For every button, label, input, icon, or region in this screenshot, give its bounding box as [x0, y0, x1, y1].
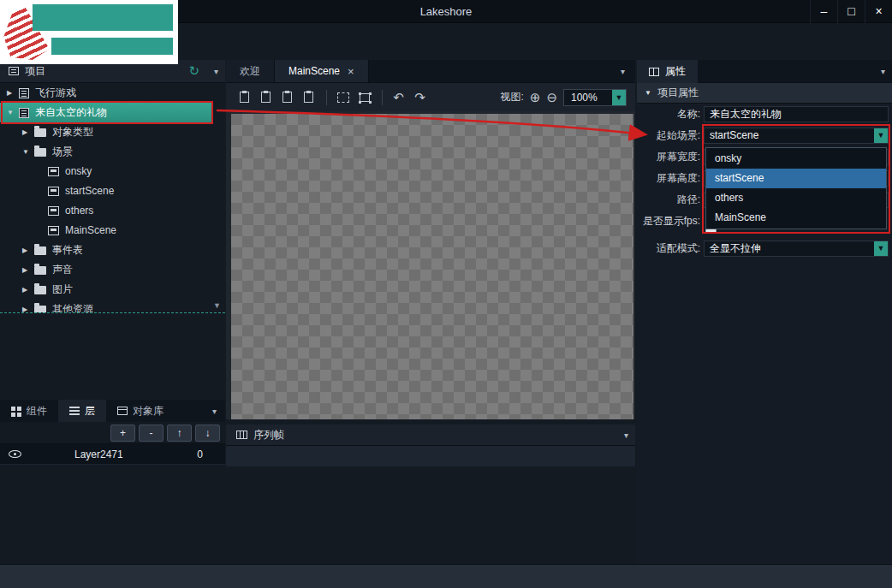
- tree-item-label: others: [65, 201, 93, 221]
- sequence-frames-header: 序列帧 ▾: [226, 425, 635, 446]
- tab-label: 组件: [27, 404, 47, 419]
- tree-item-project[interactable]: 飞行游戏: [0, 83, 225, 103]
- property-label: 屏幕高度:: [637, 171, 704, 186]
- paste-board-icon-2[interactable]: [256, 87, 276, 108]
- expander-icon[interactable]: [22, 241, 34, 260]
- dropdown-option-startscene[interactable]: startScene: [706, 169, 886, 188]
- move-layer-up-button[interactable]: ↑: [167, 425, 192, 442]
- folder-icon: [34, 286, 46, 294]
- tree-item-project-selected[interactable]: 来自太空的礼物: [0, 103, 213, 122]
- minimize-button[interactable]: –: [810, 0, 837, 23]
- layers-icon: [69, 407, 80, 408]
- tree-item-scene[interactable]: onsky: [0, 162, 225, 181]
- sequence-frames-track[interactable]: [226, 446, 635, 466]
- section-collapse-icon[interactable]: ▼: [645, 89, 651, 97]
- tab-components[interactable]: 组件: [0, 400, 58, 422]
- start-scene-dropdown[interactable]: startScene ▼: [704, 128, 889, 144]
- view-label: 视图:: [501, 90, 524, 104]
- redo-button[interactable]: ↷: [410, 87, 430, 108]
- tree-item-folder[interactable]: 场景: [0, 142, 225, 162]
- project-properties-section-header[interactable]: ▼ 项目属性: [637, 83, 892, 104]
- tree-item-label: 对象类型: [52, 122, 93, 142]
- property-label: 适配模式:: [637, 241, 704, 256]
- editor-tabbar-menu-caret-icon[interactable]: ▾: [621, 67, 625, 76]
- paste-board-icon-3[interactable]: [277, 87, 297, 108]
- zoom-in-icon[interactable]: ⊕: [530, 91, 541, 104]
- tree-item-folder[interactable]: 声音: [0, 260, 225, 280]
- tree-item-folder[interactable]: 对象类型: [0, 122, 225, 142]
- expander-icon[interactable]: [22, 142, 34, 162]
- folder-open-icon: [34, 148, 46, 157]
- dropdown-option-others[interactable]: others: [706, 188, 886, 208]
- tab-close-icon[interactable]: ×: [348, 60, 354, 83]
- fit-mode-dropdown[interactable]: 全显不拉伸 ▼: [704, 241, 889, 257]
- app-logo: [0, 0, 178, 64]
- transparency-checkerboard[interactable]: [231, 114, 633, 419]
- expander-icon[interactable]: [7, 83, 19, 103]
- tab-welcome[interactable]: 欢迎: [226, 60, 275, 82]
- project-icon: [19, 88, 29, 98]
- scene-icon: [48, 206, 59, 216]
- project-panel: 项目 ↻ ▾ 飞行游戏 来自太空的礼物 对象类型 场景 onsky: [0, 60, 225, 564]
- tab-label: 属性: [665, 64, 686, 79]
- scroll-down-icon[interactable]: ▼: [213, 301, 221, 310]
- section-title: 项目属性: [657, 86, 699, 100]
- tab-properties[interactable]: 属性: [637, 60, 698, 83]
- zoom-out-icon[interactable]: ⊖: [546, 91, 557, 104]
- film-frames-icon: [236, 431, 247, 439]
- scene-canvas[interactable]: [226, 111, 635, 419]
- project-panel-menu-caret-icon[interactable]: ▾: [214, 67, 218, 76]
- tab-object-library[interactable]: 对象库: [106, 400, 175, 422]
- zoom-level-dropdown[interactable]: 100% ▼: [563, 89, 627, 106]
- add-layer-button[interactable]: +: [110, 425, 135, 442]
- tree-item-scene[interactable]: startScene: [0, 181, 225, 201]
- editor-tabbar: 欢迎 MainScene × ▾: [226, 60, 635, 83]
- property-row-fit-mode: 适配模式: 全显不拉伸 ▼: [637, 238, 892, 259]
- paste-board-icon-1[interactable]: [235, 87, 254, 108]
- view-controls: 视图: ⊕ ⊖ 100% ▼: [501, 89, 636, 106]
- transform-handles-icon[interactable]: [354, 87, 374, 108]
- remove-layer-button[interactable]: -: [139, 425, 164, 442]
- maximize-button[interactable]: □: [837, 0, 865, 23]
- layers-toolbar: + - ↑ ↓: [0, 422, 225, 444]
- layers-panel-menu-caret-icon[interactable]: ▾: [212, 407, 217, 416]
- layer-name: Layer2471: [74, 448, 123, 460]
- tree-item-scene[interactable]: MainScene: [0, 221, 225, 241]
- tree-item-label: 飞行游戏: [35, 83, 76, 103]
- status-bar: [0, 564, 892, 588]
- refresh-icon[interactable]: ↻: [188, 63, 199, 79]
- close-button[interactable]: ×: [865, 0, 892, 23]
- field-value: 全显不拉伸: [710, 241, 874, 256]
- tab-layers[interactable]: 层: [58, 400, 106, 422]
- tree-item-scene[interactable]: others: [0, 201, 225, 221]
- selection-bounds-icon[interactable]: [333, 87, 353, 108]
- tree-item-folder[interactable]: 其他资源: [0, 300, 225, 313]
- properties-panel-menu-caret-icon[interactable]: ▾: [881, 67, 885, 76]
- project-tree: 飞行游戏 来自太空的礼物 对象类型 场景 onsky startScene ot…: [0, 83, 225, 313]
- tree-item-label: 图片: [52, 280, 73, 300]
- expander-icon[interactable]: [22, 300, 34, 313]
- sequence-panel-menu-caret-icon[interactable]: ▾: [624, 431, 628, 440]
- tree-item-folder[interactable]: 图片: [0, 280, 225, 300]
- field-value: startScene: [710, 128, 874, 143]
- tab-mainscene[interactable]: MainScene ×: [275, 60, 369, 82]
- tree-item-folder[interactable]: 事件表: [0, 241, 225, 260]
- layer-list-item[interactable]: Layer2471 0: [0, 444, 225, 465]
- tree-item-label: 事件表: [52, 241, 83, 260]
- name-field[interactable]: 来自太空的礼物: [704, 106, 889, 122]
- visibility-eye-icon[interactable]: [9, 450, 21, 458]
- board-icon: [304, 92, 313, 103]
- undo-button[interactable]: ↶: [389, 87, 408, 108]
- expander-icon[interactable]: [22, 280, 34, 300]
- tab-label: 层: [85, 404, 95, 419]
- expander-icon[interactable]: [7, 103, 19, 122]
- expander-icon[interactable]: [22, 122, 34, 142]
- expander-icon[interactable]: [22, 260, 34, 280]
- paste-board-icon-4[interactable]: [299, 87, 318, 108]
- tree-item-label: 声音: [52, 260, 73, 280]
- chevron-down-icon: ▼: [874, 241, 888, 256]
- move-layer-down-button[interactable]: ↓: [195, 425, 220, 442]
- toolbar-separator: [382, 90, 383, 105]
- dropdown-option-onsky[interactable]: onsky: [706, 149, 886, 169]
- dropdown-option-mainscene[interactable]: MainScene: [706, 208, 886, 228]
